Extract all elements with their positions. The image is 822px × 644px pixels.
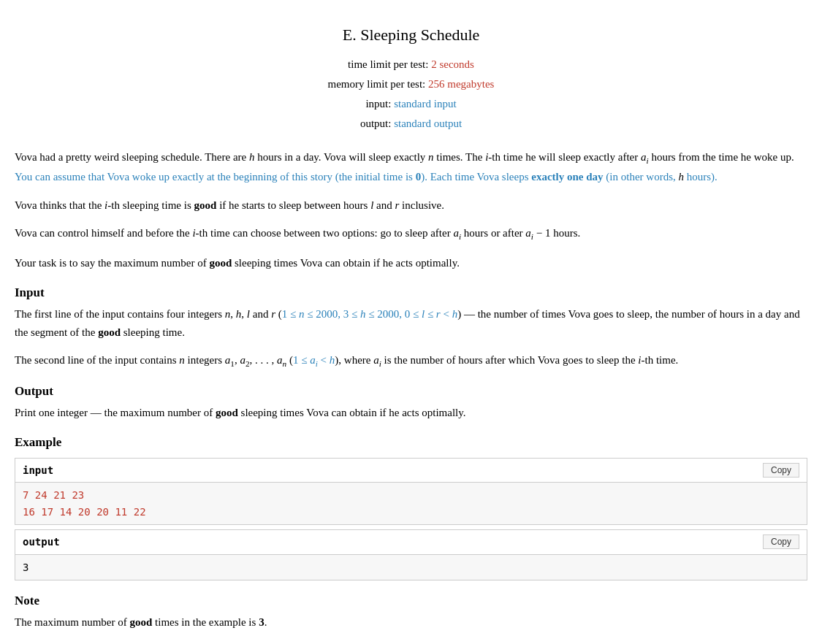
task-paragraph: Your task is to say the maximum number o… bbox=[15, 254, 807, 272]
intro-paragraph: Vova had a pretty weird sleeping schedul… bbox=[15, 148, 807, 185]
output-heading: Output bbox=[15, 381, 807, 401]
input-heading: Input bbox=[15, 283, 807, 302]
output-example-block: output Copy 3 bbox=[15, 529, 807, 580]
note-text: The maximum number of good times in the … bbox=[15, 613, 807, 632]
input-line1: 7 24 21 23 bbox=[23, 487, 799, 503]
output-example-label: output bbox=[23, 534, 60, 550]
output-label: output: bbox=[360, 118, 392, 129]
output-data: 3 bbox=[23, 559, 799, 575]
copy-output-button[interactable]: Copy bbox=[763, 534, 799, 549]
input-section: Input The first line of the input contai… bbox=[15, 283, 807, 371]
memory-limit-label: memory limit per test: bbox=[328, 78, 426, 90]
input-desc1: The first line of the input contains fou… bbox=[15, 305, 807, 342]
time-limit-label: time limit per test: bbox=[348, 58, 428, 70]
time-limit-value: 2 seconds bbox=[431, 58, 474, 70]
input-desc2: The second line of the input contains n … bbox=[15, 351, 807, 371]
note-heading: Note bbox=[15, 591, 807, 610]
meta-info: time limit per test: 2 seconds memory li… bbox=[15, 55, 807, 134]
control-paragraph: Vova can control himself and before the … bbox=[15, 224, 807, 244]
input-example-label: input bbox=[23, 462, 53, 478]
input-value: standard input bbox=[394, 98, 456, 110]
note-section: Note The maximum number of good times in… bbox=[15, 591, 807, 632]
memory-limit-value: 256 megabytes bbox=[428, 78, 494, 90]
output-example-header: output Copy bbox=[15, 530, 807, 554]
output-section: Output Print one integer — the maximum n… bbox=[15, 381, 807, 422]
output-desc: Print one integer — the maximum number o… bbox=[15, 404, 807, 422]
output-example-content: 3 bbox=[15, 555, 807, 580]
input-example-content: 7 24 21 23 16 17 14 20 20 11 22 bbox=[15, 483, 807, 524]
input-example-header: input Copy bbox=[15, 459, 807, 483]
page-title: E. Sleeping Schedule bbox=[15, 22, 807, 47]
copy-input-button[interactable]: Copy bbox=[763, 463, 799, 478]
good-def-paragraph: Vova thinks that the i-th sleeping time … bbox=[15, 196, 807, 215]
input-example-block: input Copy 7 24 21 23 16 17 14 20 20 11 … bbox=[15, 458, 807, 525]
output-value: standard output bbox=[394, 118, 462, 129]
example-section: Example input Copy 7 24 21 23 16 17 14 2… bbox=[15, 432, 807, 580]
input-label: input: bbox=[365, 98, 391, 110]
input-line2: 16 17 14 20 20 11 22 bbox=[23, 504, 799, 520]
example-heading: Example bbox=[15, 432, 807, 452]
